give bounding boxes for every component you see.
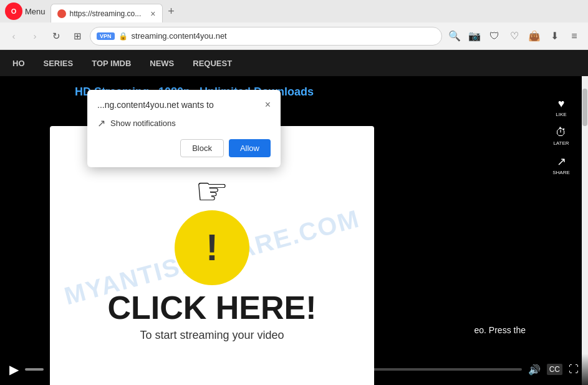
nav-bar: ‹ › ↻ ⊞ VPN 🔒 streaming.content4you.net …	[0, 22, 588, 50]
grid-button[interactable]: ⊞	[69, 27, 86, 45]
browser-frame: O Menu https://streaming.co... × + ‹ › ↻…	[0, 0, 588, 385]
volume-bar[interactable]	[25, 368, 44, 371]
block-button[interactable]: Block	[180, 139, 224, 157]
popup-actions: Block Allow	[97, 139, 271, 157]
site-nav: HO SERIES TOP IMDB NEWS REQUEST	[0, 50, 588, 76]
tab-favicon	[57, 9, 66, 18]
forward-button[interactable]: ›	[26, 27, 44, 45]
nav-item-series[interactable]: SERIES	[44, 59, 74, 68]
share-button[interactable]: ↗ SHARE	[547, 152, 576, 177]
nav-item-top-imdb[interactable]: TOP IMDB	[92, 59, 131, 68]
share-icon: ↗	[557, 155, 566, 168]
tab-title: https://streaming.co...	[70, 9, 147, 18]
scrollbar-thumb	[582, 89, 587, 126]
later-icon: ⏱	[556, 126, 567, 139]
notification-popup: ...ng.content4you.net wants to × ↗ Show …	[87, 90, 281, 167]
back-button[interactable]: ‹	[5, 27, 22, 45]
like-icon: ♥	[558, 97, 565, 110]
website-content: HO SERIES TOP IMDB NEWS REQUEST eo. Pres…	[0, 50, 588, 385]
new-tab-button[interactable]: +	[163, 2, 180, 20]
notification-text: Show notifications	[110, 119, 176, 128]
warning-circle: !	[175, 210, 249, 285]
hand-pointer-icon: ☞	[107, 173, 316, 210]
like-button[interactable]: ♥ LIKE	[547, 95, 576, 120]
url-text: streaming.content4you.net	[132, 31, 435, 41]
video-text-overlay: eo. Press the	[475, 325, 526, 335]
cc-button[interactable]: CC	[547, 364, 562, 375]
bookmarks-icon[interactable]: ♡	[506, 27, 523, 45]
tab-bar-left: O Menu	[0, 2, 51, 22]
menu-label[interactable]: Menu	[25, 7, 46, 16]
volume-button[interactable]: 🔊	[528, 364, 541, 376]
click-sub-text: To start streaming your video	[107, 329, 316, 342]
nav-item-request[interactable]: REQUEST	[193, 59, 232, 68]
shield-icon[interactable]: 🛡	[486, 27, 503, 45]
scrollbar[interactable]	[582, 76, 588, 385]
click-here-text: CLICK HERE!	[107, 291, 316, 324]
side-buttons: ♥ LIKE ⏱ LATER ↗ SHARE	[547, 95, 576, 177]
popup-title: ...ng.content4you.net wants to	[97, 100, 214, 110]
download-icon[interactable]: ⬇	[546, 27, 563, 45]
share-label: SHARE	[552, 170, 570, 175]
click-here-graphic: ☞ ! CLICK HERE! To start streaming your …	[107, 173, 316, 342]
camera-icon[interactable]: 📷	[466, 27, 483, 45]
play-button[interactable]: ▶	[9, 362, 19, 377]
active-tab[interactable]: https://streaming.co... ×	[51, 4, 163, 22]
allow-button[interactable]: Allow	[229, 139, 271, 157]
fullscreen-button[interactable]: ⛶	[569, 364, 579, 375]
popup-header: ...ng.content4you.net wants to ×	[97, 100, 271, 110]
menu-icon[interactable]: ≡	[566, 27, 583, 45]
notification-icon: ↗	[97, 117, 105, 129]
nav-actions: 🔍 📷 🛡 ♡ 👜 ⬇ ≡	[446, 27, 583, 45]
like-label: LIKE	[556, 112, 566, 117]
popup-content: ↗ Show notifications	[97, 117, 271, 129]
tab-bar: O Menu https://streaming.co... × +	[0, 0, 588, 22]
address-bar[interactable]: VPN 🔒 streaming.content4you.net	[90, 27, 442, 46]
tab-close-button[interactable]: ×	[150, 9, 155, 19]
opera-icon: O	[5, 2, 22, 20]
nav-item-news[interactable]: NEWS	[150, 59, 174, 68]
wallet-icon[interactable]: 👜	[526, 27, 543, 45]
refresh-button[interactable]: ↻	[47, 27, 65, 45]
later-label: LATER	[553, 140, 569, 146]
later-button[interactable]: ⏱ LATER	[547, 124, 576, 149]
volume-area	[25, 368, 44, 371]
search-icon[interactable]: 🔍	[446, 27, 463, 45]
vpn-badge: VPN	[97, 32, 115, 40]
lock-icon: 🔒	[118, 32, 128, 41]
popup-close-button[interactable]: ×	[265, 100, 271, 110]
nav-item-home[interactable]: HO	[12, 59, 25, 68]
